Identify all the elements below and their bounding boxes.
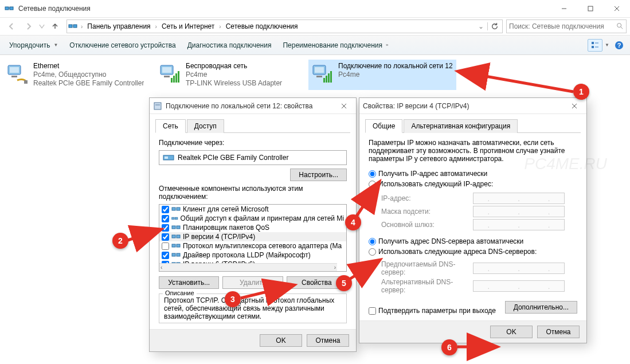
svg-rect-18 bbox=[10, 67, 19, 73]
tab-network[interactable]: Сеть bbox=[155, 119, 186, 133]
svg-rect-23 bbox=[164, 76, 170, 77]
cancel-button[interactable]: Отмена bbox=[307, 334, 349, 347]
connection-item[interactable]: Беспроводная сеть Pc4me TP-LINK Wireless… bbox=[156, 60, 304, 90]
chevron-right-icon[interactable]: › bbox=[79, 24, 85, 30]
dialog-ipv4-properties: Свойства: IP версии 4 (TCP/IPv4) Общие А… bbox=[359, 97, 587, 343]
nav-history-dropdown[interactable] bbox=[38, 19, 46, 34]
svg-line-10 bbox=[621, 26, 623, 29]
close-button[interactable] bbox=[604, 0, 630, 17]
chevron-right-icon[interactable]: › bbox=[153, 24, 159, 30]
svg-rect-22 bbox=[162, 67, 171, 73]
breadcrumb-item[interactable]: Сетевые подключения bbox=[224, 20, 300, 33]
tab-access[interactable]: Доступ bbox=[187, 119, 224, 133]
rename-button[interactable]: Переименование подключения» bbox=[277, 38, 394, 53]
svg-rect-40 bbox=[165, 156, 168, 159]
adapter-field[interactable]: Realtek PCIe GBE Family Controller bbox=[159, 150, 347, 165]
dialog-title: Подключение по локальной сети 12: свойст… bbox=[166, 102, 335, 110]
chevron-right-icon[interactable]: › bbox=[217, 24, 223, 30]
help-button[interactable]: ? bbox=[612, 39, 627, 52]
svg-text:?: ? bbox=[617, 42, 621, 49]
annotation-badge-2: 2 bbox=[112, 233, 128, 249]
maximize-button[interactable] bbox=[577, 0, 604, 17]
component-row[interactable]: Протокол мультиплексора сетевого адаптер… bbox=[159, 241, 346, 251]
connection-item[interactable]: Подключение по локальной сети 12 Pc4me bbox=[308, 60, 456, 90]
breadcrumb-dropdown[interactable]: ⌄ bbox=[475, 22, 487, 30]
organize-menu[interactable]: Упорядочить▼ bbox=[3, 38, 64, 53]
svg-rect-49 bbox=[172, 244, 175, 247]
nav-up-button[interactable] bbox=[47, 19, 63, 34]
breadcrumb[interactable]: › Панель управления › Сеть и Интернет › … bbox=[66, 19, 503, 33]
component-checkbox[interactable] bbox=[162, 242, 169, 250]
nav-forward-button[interactable] bbox=[21, 19, 37, 34]
components-label: Отмеченные компоненты используются этим … bbox=[159, 185, 347, 201]
svg-rect-45 bbox=[172, 226, 175, 229]
ok-button[interactable]: OK bbox=[260, 334, 302, 347]
wifi-icon bbox=[311, 62, 334, 85]
refresh-button[interactable] bbox=[487, 22, 501, 30]
ip-address-input[interactable]: ... bbox=[473, 193, 565, 204]
svg-rect-12 bbox=[592, 46, 594, 48]
component-row[interactable]: Общий доступ к файлам и принтерам для се… bbox=[159, 214, 346, 223]
breadcrumb-icon bbox=[68, 22, 77, 31]
component-icon bbox=[171, 242, 181, 249]
install-button[interactable]: Установить... bbox=[159, 276, 219, 289]
search-input[interactable] bbox=[509, 22, 613, 30]
components-listbox[interactable]: Клиент для сетей MicrosoftОбщий доступ к… bbox=[159, 204, 347, 272]
connections-list: Ethernet Pc4me, Общедоступно Realtek PCI… bbox=[0, 55, 630, 95]
uninstall-button[interactable]: Удалить bbox=[222, 276, 283, 289]
radio-manual-ip[interactable]: Использовать следующий IP-адрес: bbox=[369, 179, 577, 189]
configure-button[interactable]: Настроить... bbox=[290, 169, 347, 181]
svg-rect-11 bbox=[592, 42, 594, 44]
radio-manual-dns[interactable]: Использовать следующие адреса DNS-сервер… bbox=[369, 246, 577, 257]
breadcrumb-item[interactable]: Сеть и Интернет bbox=[159, 20, 217, 33]
confirm-on-exit-checkbox[interactable]: Подтвердить параметры при выходе bbox=[369, 307, 496, 315]
svg-rect-29 bbox=[315, 67, 324, 73]
svg-rect-1 bbox=[10, 7, 13, 10]
tab-general[interactable]: Общие bbox=[365, 119, 402, 133]
component-row[interactable]: Планировщик пакетов QoS bbox=[159, 223, 346, 232]
preferred-dns-label: Предпочитаемый DNS-сервер: bbox=[381, 260, 473, 276]
component-checkbox[interactable] bbox=[162, 206, 169, 213]
component-checkbox[interactable] bbox=[162, 224, 169, 232]
horizontal-scrollbar[interactable]: ‹› bbox=[159, 263, 337, 271]
disable-device-button[interactable]: Отключение сетевого устройства bbox=[64, 38, 181, 53]
component-checkbox[interactable] bbox=[162, 233, 169, 241]
component-icon bbox=[171, 224, 181, 231]
svg-rect-51 bbox=[172, 253, 175, 256]
component-icon bbox=[171, 252, 181, 259]
cancel-button[interactable]: Отмена bbox=[537, 326, 580, 338]
close-button[interactable] bbox=[335, 100, 353, 112]
gateway-input[interactable]: ... bbox=[473, 219, 565, 230]
alt-dns-label: Альтернативный DNS-сервер: bbox=[381, 278, 473, 294]
svg-rect-24 bbox=[171, 78, 173, 83]
tab-alternate[interactable]: Альтернативная конфигурация bbox=[404, 119, 518, 133]
properties-button[interactable]: Свойства bbox=[287, 276, 347, 289]
component-row[interactable]: Клиент для сетей Microsoft bbox=[159, 205, 346, 214]
watermark: PC4ME.RU bbox=[524, 155, 607, 173]
radio-auto-dns[interactable]: Получить адрес DNS-сервера автоматически bbox=[369, 236, 577, 246]
breadcrumb-item[interactable]: Панель управления bbox=[85, 20, 152, 33]
component-row[interactable]: IP версии 4 (TCP/IPv4) bbox=[159, 232, 346, 241]
dialog-connection-properties: Подключение по локальной сети 12: свойст… bbox=[149, 97, 357, 352]
connection-item[interactable]: Ethernet Pc4me, Общедоступно Realtek PCI… bbox=[3, 60, 151, 90]
view-mode-button[interactable] bbox=[588, 39, 602, 52]
component-row[interactable]: Драйвер протокола LLDP (Майкрософт) bbox=[159, 251, 346, 260]
preferred-dns-input[interactable]: ... bbox=[473, 263, 565, 274]
subnet-mask-input[interactable]: ... bbox=[473, 206, 565, 217]
search-box[interactable] bbox=[506, 19, 627, 33]
ok-button[interactable]: OK bbox=[490, 326, 533, 338]
dialog-title: Свойства: IP версии 4 (TCP/IPv4) bbox=[363, 102, 566, 110]
component-checkbox[interactable] bbox=[162, 215, 169, 222]
minimize-button[interactable] bbox=[551, 0, 577, 17]
close-button[interactable] bbox=[566, 100, 583, 112]
component-icon bbox=[171, 215, 178, 222]
svg-rect-0 bbox=[5, 7, 9, 10]
alt-dns-input[interactable]: ... bbox=[473, 280, 565, 292]
component-checkbox[interactable] bbox=[162, 252, 169, 259]
diagnose-button[interactable]: Диагностика подключения bbox=[182, 38, 277, 53]
properties-icon bbox=[153, 101, 162, 111]
component-label: Планировщик пакетов QoS bbox=[183, 224, 269, 232]
nav-back-button[interactable] bbox=[3, 19, 19, 34]
advanced-button[interactable]: Дополнительно... bbox=[505, 301, 577, 314]
svg-rect-27 bbox=[178, 71, 179, 83]
